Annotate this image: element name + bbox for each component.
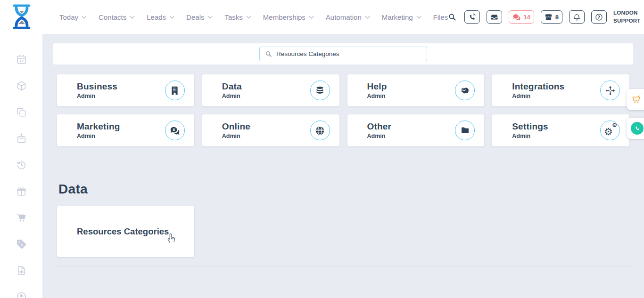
chevron-down-icon bbox=[246, 14, 251, 18]
handshake-icon bbox=[460, 86, 470, 96]
notifications-button[interactable] bbox=[569, 10, 585, 24]
account-name-line1: LONDON bbox=[613, 9, 641, 17]
search-strip bbox=[53, 43, 633, 64]
question-icon: ? bbox=[595, 13, 603, 21]
cart-orange-icon bbox=[631, 94, 642, 105]
inbox-icon bbox=[490, 13, 498, 21]
category-card-help[interactable]: HelpAdmin bbox=[347, 74, 485, 106]
nav-item-label: Tasks bbox=[224, 13, 242, 21]
chat-icon bbox=[512, 13, 520, 21]
main-nav: TodayContactsLeadsDealsTasksMembershipsA… bbox=[59, 13, 448, 21]
sidebar-item-bag-icon[interactable] bbox=[16, 133, 27, 144]
category-card-data[interactable]: DataAdmin bbox=[202, 74, 339, 106]
nav-item-automation[interactable]: Automation bbox=[326, 13, 369, 21]
nav-item-leads[interactable]: Leads bbox=[147, 13, 173, 21]
category-card-icon-circle bbox=[455, 81, 475, 100]
phone-circle-icon bbox=[631, 122, 644, 135]
nav-item-label: Contacts bbox=[99, 13, 126, 21]
resources-categories-card[interactable]: Resources Categories bbox=[57, 206, 194, 257]
sidebar-item-report-icon[interactable] bbox=[16, 265, 27, 276]
globe-icon bbox=[315, 126, 325, 136]
nav-item-memberships[interactable]: Memberships bbox=[263, 13, 313, 21]
store-count-badge: 8 bbox=[555, 14, 559, 21]
resources-categories-label: Resources Categories bbox=[77, 226, 169, 237]
building-icon bbox=[170, 86, 180, 96]
nav-item-deals[interactable]: Deals bbox=[186, 13, 212, 21]
svg-text:?: ? bbox=[598, 15, 600, 19]
top-bar: TodayContactsLeadsDealsTasksMembershipsA… bbox=[0, 0, 644, 34]
chats-button[interactable]: 14 bbox=[509, 10, 534, 24]
nav-item-label: Automation bbox=[326, 13, 362, 21]
category-card-icon-circle bbox=[310, 81, 330, 100]
svg-text:12: 12 bbox=[19, 59, 24, 63]
category-card-marketing[interactable]: MarketingAdmin$ bbox=[57, 114, 194, 146]
category-card-other[interactable]: OtherAdmin bbox=[347, 114, 485, 146]
category-card-icon-circle bbox=[165, 81, 185, 100]
nav-item-label: Deals bbox=[186, 13, 204, 21]
cart-widget[interactable] bbox=[627, 89, 644, 110]
phone-icon bbox=[468, 13, 476, 21]
sidebar-item-calendar-icon[interactable]: 12 bbox=[16, 54, 27, 65]
store-icon bbox=[545, 13, 553, 21]
left-sidebar: 12$ bbox=[0, 34, 42, 298]
move-icon bbox=[605, 86, 615, 96]
nav-item-label: Today bbox=[59, 13, 78, 21]
category-card-icon-circle bbox=[455, 121, 475, 140]
chats-count-badge: 14 bbox=[523, 14, 530, 21]
app-logo[interactable] bbox=[10, 4, 33, 30]
category-card-online[interactable]: OnlineAdmin bbox=[202, 114, 339, 146]
svg-text:$: $ bbox=[173, 128, 175, 132]
sidebar-item-copy-icon[interactable] bbox=[16, 107, 27, 118]
nav-item-marketing[interactable]: Marketing bbox=[382, 13, 421, 21]
sidebar-item-account-icon[interactable] bbox=[16, 291, 27, 298]
whatsapp-widget[interactable] bbox=[627, 118, 644, 139]
database-icon bbox=[315, 86, 325, 96]
sidebar-item-package-icon[interactable] bbox=[16, 81, 27, 91]
category-card-integrations[interactable]: IntegrationsAdmin bbox=[492, 74, 629, 106]
chevron-down-icon bbox=[82, 14, 87, 18]
comment-dollar-icon: $ bbox=[170, 126, 180, 136]
search-icon bbox=[265, 50, 272, 57]
nav-item-label: Marketing bbox=[382, 13, 413, 21]
sidebar-item-gift-icon[interactable] bbox=[16, 186, 27, 197]
nav-item-label: Leads bbox=[147, 13, 166, 21]
gears-icon: ⚙⚙ bbox=[604, 125, 616, 136]
help-button[interactable]: ? bbox=[591, 10, 607, 24]
chevron-down-icon bbox=[130, 14, 135, 18]
category-search-input[interactable] bbox=[276, 50, 421, 57]
account-name-line2: SUPPORT bbox=[613, 17, 641, 25]
nav-item-contacts[interactable]: Contacts bbox=[99, 13, 134, 21]
category-card-settings[interactable]: SettingsAdmin⚙⚙ bbox=[492, 114, 629, 146]
topbar-actions: 148? LONDON SUPPORT bbox=[448, 9, 644, 24]
bell-icon bbox=[573, 13, 581, 21]
category-card-icon-circle bbox=[600, 81, 620, 100]
nav-item-tasks[interactable]: Tasks bbox=[224, 13, 250, 21]
inbox-button[interactable] bbox=[487, 10, 502, 24]
section-heading: Data bbox=[58, 182, 633, 197]
pointer-cursor-icon bbox=[165, 230, 178, 244]
chevron-down-icon bbox=[170, 14, 174, 18]
category-card-icon-circle: ⚙⚙ bbox=[600, 121, 620, 140]
phone-button[interactable] bbox=[464, 10, 480, 24]
chevron-down-icon bbox=[309, 14, 314, 18]
chevron-down-icon bbox=[365, 14, 370, 18]
category-card-icon-circle bbox=[310, 121, 330, 140]
sidebar-item-cart-icon[interactable] bbox=[16, 212, 27, 223]
chevron-down-icon bbox=[416, 14, 421, 18]
category-search-box[interactable] bbox=[259, 47, 427, 61]
divider bbox=[53, 266, 633, 266]
folder-icon bbox=[460, 126, 470, 136]
chevron-down-icon bbox=[208, 14, 213, 18]
sidebar-item-history-icon[interactable] bbox=[16, 160, 27, 170]
store-button[interactable]: 8 bbox=[541, 10, 562, 24]
category-cards-grid: BusinessAdminDataAdminHelpAdminIntegrati… bbox=[57, 74, 629, 146]
account-name: LONDON SUPPORT bbox=[613, 9, 641, 24]
category-card-icon-circle: $ bbox=[165, 121, 185, 140]
nav-item-today[interactable]: Today bbox=[59, 13, 86, 21]
nav-item-label: Files bbox=[433, 13, 448, 21]
search-icon[interactable] bbox=[448, 13, 456, 21]
sidebar-item-price-tag-icon[interactable]: $ bbox=[16, 239, 27, 250]
main-content: BusinessAdminDataAdminHelpAdminIntegrati… bbox=[42, 34, 644, 298]
category-card-business[interactable]: BusinessAdmin bbox=[57, 74, 194, 106]
nav-item-files[interactable]: Files bbox=[433, 13, 448, 21]
